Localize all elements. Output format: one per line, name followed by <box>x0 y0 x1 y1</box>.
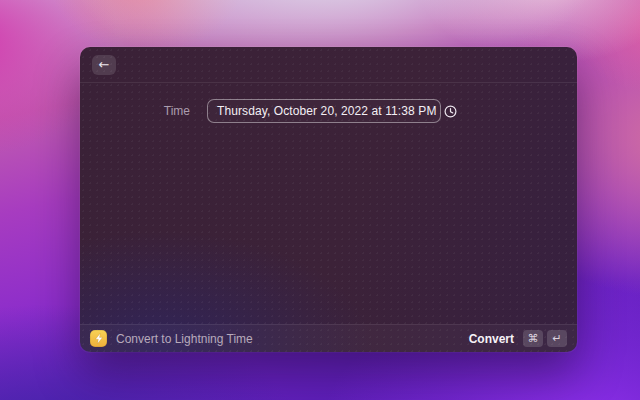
action-bar: Convert to Lightning Time Convert ⌘ ↵ <box>80 324 577 352</box>
return-key-icon[interactable]: ↵ <box>547 330 567 347</box>
launcher-window: ← Time Thursday, October 20, 2022 at 11:… <box>80 47 577 352</box>
back-button[interactable]: ← <box>92 55 116 75</box>
convert-action-button[interactable]: Convert <box>469 332 514 346</box>
back-arrow-icon: ← <box>99 56 110 74</box>
time-input-value: Thursday, October 20, 2022 at 11:38 PM <box>217 104 436 118</box>
command-key-icon[interactable]: ⌘ <box>523 330 543 347</box>
window-header: ← <box>80 47 577 83</box>
shortcut-keys: ⌘ ↵ <box>523 330 567 347</box>
clock-icon[interactable] <box>444 105 457 118</box>
time-field-label: Time <box>80 104 190 118</box>
window-content: Time Thursday, October 20, 2022 at 11:38… <box>80 83 577 123</box>
command-name: Convert to Lightning Time <box>116 332 469 346</box>
time-form-row: Time Thursday, October 20, 2022 at 11:38… <box>80 99 577 123</box>
lightning-bolt-icon <box>90 330 107 347</box>
time-input[interactable]: Thursday, October 20, 2022 at 11:38 PM <box>207 99 441 123</box>
